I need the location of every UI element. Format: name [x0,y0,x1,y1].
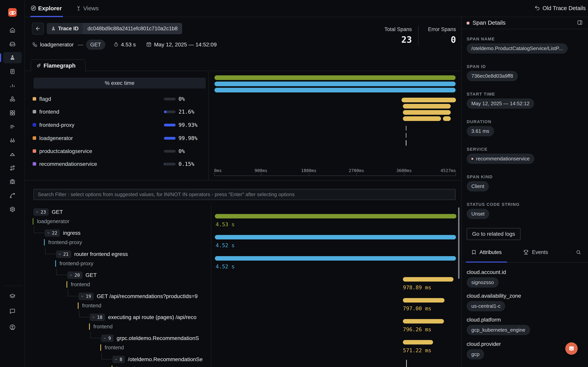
attribute-key: cloud.account.id [467,269,506,275]
span-name[interactable]: ingress [63,229,80,237]
span-name[interactable]: grpc.oteldemo.RecommendationS [117,334,199,342]
span-name[interactable]: GET [86,271,97,279]
tree-guide [90,332,91,338]
span-name[interactable]: /oteldemo.RecommendationSe [128,356,203,363]
traces-icon [9,55,15,61]
card-bottom-border [25,180,461,181]
attribute-value-chip[interactable]: signozsso [467,277,499,288]
flame-bar-frontend[interactable] [443,116,451,121]
trace-id-icon [51,26,56,31]
sidebar-item-alerts[interactable] [9,151,15,157]
attribute-value-chip[interactable]: gcp_kubernetes_engine [467,325,530,335]
collapse-toggle[interactable]: 22 [45,229,60,237]
sidebar-item-logs[interactable] [9,68,15,74]
sidebar-item-home[interactable] [9,27,15,33]
flame-bar-frontend-proxy[interactable] [215,88,456,92]
gantt-bar[interactable] [403,319,444,324]
search-filter-input[interactable] [34,189,456,200]
service-chip[interactable]: recommendationservice [467,154,534,164]
gantt-bar[interactable] [215,214,456,218]
sidebar-item-alert-rules[interactable] [9,124,15,130]
sidebar-item-exceptions[interactable] [9,137,15,143]
tree-guide [79,317,90,317]
tab-events[interactable]: Events [532,249,548,255]
span-name[interactable]: executing api route (pages) /api/reco [108,314,197,321]
gantt-bar[interactable] [403,277,453,282]
signoz-logo[interactable] [8,8,17,17]
status-chip[interactable]: Unset [467,209,489,219]
old-trace-details-button[interactable]: Old Trace Details [543,5,586,11]
span-name-chip[interactable]: /oteldemo.ProductCatalogService/ListP... [467,43,568,54]
legend-service-name[interactable]: loadgenerator [39,136,73,140]
attribute-value-chip[interactable]: us-central1-c [467,301,505,311]
sidebar-item-messaging-queues[interactable] [9,96,15,102]
trace-id-chip[interactable]: Trace ID dc048bd9c88a2411efc801c710a2c1b… [47,23,182,34]
sidebar-item-bugs[interactable] [9,179,15,185]
collapse-toggle[interactable]: 18 [90,314,105,321]
sidebar-item-layers[interactable] [9,293,15,299]
flame-bar-frontend[interactable] [403,116,441,121]
flame-bar-frontend[interactable] [403,110,451,115]
related-logs-button[interactable]: Go to related logs [467,228,520,240]
legend-service-name[interactable]: frontend-proxy [39,123,75,127]
sidebar-item-metrics[interactable] [9,82,15,88]
arrow-left-icon [35,26,41,32]
exec-time-header[interactable]: % exec time [34,78,206,89]
gantt-bar[interactable] [215,256,456,261]
sidebar-item-settings[interactable] [9,206,15,212]
tab-attributes[interactable]: Attributes [479,249,502,255]
field-label: SERVICE [467,147,487,152]
flame-tick-span[interactable] [406,133,406,138]
bar-chart-icon [9,82,15,88]
span-name[interactable]: GET [52,208,63,216]
legend-service-name[interactable]: productcatalogservice [39,149,92,153]
flame-bar-frontend[interactable] [403,104,451,108]
flame-tick-span[interactable] [406,140,406,146]
collapse-toggle[interactable]: 9 [101,334,113,342]
sidebar-item-traces[interactable] [9,55,15,61]
attribute-value-chip[interactable]: gcp [467,349,484,359]
tab-flamegraph[interactable]: Flamegraph [31,59,86,71]
span-name[interactable]: GET /api/recommendations?productIds=9 [97,293,198,300]
search-icon[interactable] [576,250,581,255]
span-service: loadgenerator [33,218,69,225]
hard-drive-icon [9,41,15,47]
inner-scrollbar[interactable] [458,207,459,279]
separator-dash: — [78,42,83,48]
span-id-chip[interactable]: 736ec0e8d03a9ff8 [467,71,518,81]
sidebar-item-chat[interactable] [9,308,15,314]
tab-explorer[interactable]: Explorer [38,5,62,12]
sidebar-item-services[interactable] [9,41,15,47]
legend-service-name[interactable]: recommendationservice [39,162,97,166]
panel-title: Span Details [473,19,506,26]
back-button[interactable] [32,23,44,34]
span-name[interactable]: router frontend egress [74,250,128,258]
sidebar-item-user[interactable] [9,324,15,330]
collapse-toggle[interactable]: 20 [67,271,82,279]
collapse-toggle[interactable]: 8 [112,356,125,363]
legend-service-name[interactable]: flagd [39,97,51,101]
duration-chip[interactable]: 3.61 ms [467,126,494,136]
gantt-bar[interactable] [403,298,444,302]
collapse-toggle[interactable]: 21 [56,250,71,258]
gantt-bar[interactable] [215,235,456,239]
sidebar-item-service-map[interactable] [9,165,15,171]
collapse-toggle[interactable]: 23 [34,208,49,216]
gantt-bar[interactable] [403,340,433,344]
start-time-chip[interactable]: May 12, 2025 — 14:52:12 [467,99,534,109]
flame-bar-frontend-proxy[interactable] [215,82,456,86]
tab-views[interactable]: Views [83,5,99,12]
legend-progress-fill [164,163,164,166]
span-kind-chip[interactable]: Client [467,181,489,192]
flame-bar-frontend[interactable] [402,98,456,102]
collapse-toggle[interactable]: 19 [78,293,94,300]
sidebar-item-dashboards[interactable] [9,110,15,116]
support-chat-button[interactable] [565,342,578,355]
span-service: frontend [67,281,90,288]
flame-bar-loadgenerator[interactable] [215,75,456,80]
gantt-tick-span[interactable] [406,360,407,367]
flame-tick-span[interactable] [406,126,406,131]
legend-service-name[interactable]: frontend [39,110,59,114]
sidebar-item-integrations[interactable] [9,193,15,199]
panel-toggle-icon[interactable] [577,20,583,25]
